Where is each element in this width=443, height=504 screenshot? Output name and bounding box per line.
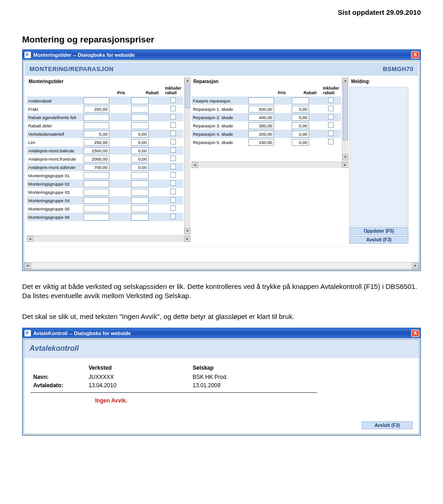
titlebar[interactable]: Monteringstider -- Dialogboks for websid… xyxy=(23,50,420,60)
scroll-down-icon[interactable]: ▼ xyxy=(342,154,348,161)
inkluder-checkbox[interactable] xyxy=(328,122,334,128)
pris-input[interactable] xyxy=(84,205,109,212)
outer-scrollbar[interactable]: ◄ ► xyxy=(24,262,419,269)
scroll-right-icon[interactable]: ► xyxy=(184,236,191,242)
rabatt-input[interactable] xyxy=(131,97,149,104)
inkluder-checkbox[interactable] xyxy=(328,139,334,144)
scrollbar-vertical[interactable]: ▲ ▼ xyxy=(184,78,191,234)
inkluder-checkbox[interactable] xyxy=(170,139,176,144)
rabatt-input[interactable] xyxy=(131,106,149,113)
row-label: Monteringsgruppe 04 xyxy=(27,196,82,204)
rabatt-input[interactable] xyxy=(131,147,149,154)
scroll-thumb[interactable] xyxy=(185,85,190,108)
exit-button[interactable]: Avslutt (F3) xyxy=(362,421,413,429)
pris-input[interactable] xyxy=(84,131,109,138)
pris-input[interactable] xyxy=(84,172,109,179)
inkluder-checkbox[interactable] xyxy=(170,106,176,111)
inkluder-checkbox[interactable] xyxy=(328,114,334,120)
inkluder-checkbox[interactable] xyxy=(170,189,176,194)
scrollbar-horizontal[interactable]: ◄ ► xyxy=(27,235,191,242)
inkluder-checkbox[interactable] xyxy=(328,131,334,136)
rabatt-input[interactable] xyxy=(292,122,309,129)
inkluder-checkbox[interactable] xyxy=(170,172,176,178)
reparasjon-table: Pris Rabatt Inkluder rabatt Fastpris rep… xyxy=(192,85,341,146)
montering-title: Monteringstider xyxy=(27,78,183,85)
scroll-up-icon[interactable]: ▲ xyxy=(342,78,348,84)
scroll-down-icon[interactable]: ▼ xyxy=(185,228,191,234)
table-row: Reparasjon 1. skade xyxy=(192,105,341,113)
inkluder-checkbox[interactable] xyxy=(170,97,176,103)
rabatt-input[interactable] xyxy=(131,156,149,162)
pris-input[interactable] xyxy=(84,189,109,196)
pris-input[interactable] xyxy=(248,122,274,129)
pris-input[interactable] xyxy=(84,147,109,154)
inkluder-checkbox[interactable] xyxy=(170,114,176,120)
app-title: Avtalekontroll xyxy=(24,340,419,358)
rabatt-input[interactable] xyxy=(131,114,149,121)
inkluder-checkbox[interactable] xyxy=(328,97,334,103)
inkluder-checkbox[interactable] xyxy=(170,205,176,211)
update-button[interactable]: Oppdater (F5) xyxy=(349,227,408,235)
pris-input[interactable] xyxy=(84,180,109,187)
table-row: Monteringsgruppe 04 xyxy=(27,196,183,204)
pris-input[interactable] xyxy=(84,164,109,171)
rabatt-input[interactable] xyxy=(131,205,149,212)
rabatt-input[interactable] xyxy=(131,122,149,129)
rabatt-input[interactable] xyxy=(131,214,149,221)
rabatt-input[interactable] xyxy=(131,139,149,146)
pris-input[interactable] xyxy=(84,156,109,162)
rabatt-input[interactable] xyxy=(131,189,149,196)
row-label: Reparasjon 2. skade xyxy=(192,113,247,121)
pris-input[interactable] xyxy=(84,197,109,204)
inkluder-checkbox[interactable] xyxy=(170,164,176,169)
body-paragraph-2: Det skal se slik ut, med teksten "Ingen … xyxy=(22,312,421,321)
scroll-right-icon[interactable]: ► xyxy=(412,263,419,269)
pris-input[interactable] xyxy=(248,139,274,146)
rabatt-input[interactable] xyxy=(131,131,149,138)
inkluder-checkbox[interactable] xyxy=(170,131,176,136)
close-icon[interactable]: X xyxy=(411,330,419,337)
pris-input[interactable] xyxy=(248,97,274,104)
kontroll-table: Verksted Selskap Navn: JUXXXXX BSK HK Pr… xyxy=(30,363,317,390)
rabatt-input[interactable] xyxy=(131,172,149,179)
rabatt-input[interactable] xyxy=(131,197,149,204)
scroll-left-icon[interactable]: ◄ xyxy=(27,236,33,242)
avvik-text: Ingen Avvik. xyxy=(30,396,413,404)
inkluder-checkbox[interactable] xyxy=(170,180,176,186)
pris-input[interactable] xyxy=(84,106,109,113)
inkluder-checkbox[interactable] xyxy=(328,106,334,111)
rabatt-input[interactable] xyxy=(131,180,149,187)
rabatt-input[interactable] xyxy=(131,164,149,171)
pris-input[interactable] xyxy=(248,106,274,113)
pris-input[interactable] xyxy=(84,114,109,121)
pris-input[interactable] xyxy=(248,114,274,121)
avtalekontroll-dialog: AvtaleKontroll -- Dialogboks for webside… xyxy=(22,328,421,436)
inkluder-checkbox[interactable] xyxy=(170,122,176,128)
pris-input[interactable] xyxy=(248,131,274,138)
inkluder-checkbox[interactable] xyxy=(170,197,176,203)
pris-input[interactable] xyxy=(84,97,109,104)
inkluder-checkbox[interactable] xyxy=(170,147,176,153)
titlebar[interactable]: AvtaleKontroll -- Dialogboks for webside… xyxy=(23,328,420,338)
scroll-left-icon[interactable]: ◄ xyxy=(24,263,31,269)
row-label: Reparasjon 4. skade xyxy=(192,130,247,138)
inkluder-checkbox[interactable] xyxy=(170,156,176,161)
scrollbar-vertical[interactable]: ▲ ▼ xyxy=(342,78,348,161)
scroll-up-icon[interactable]: ▲ xyxy=(185,78,191,84)
inkluder-checkbox[interactable] xyxy=(170,214,176,219)
pris-input[interactable] xyxy=(84,122,109,129)
rabatt-input[interactable] xyxy=(292,97,309,104)
rabatt-input[interactable] xyxy=(292,139,309,146)
rabatt-input[interactable] xyxy=(292,131,309,138)
rabatt-input[interactable] xyxy=(292,114,309,121)
close-icon[interactable]: X xyxy=(411,51,419,59)
scroll-right-icon[interactable]: ► xyxy=(342,162,348,168)
scrollbar-horizontal[interactable]: ◄ ► xyxy=(192,162,348,168)
pris-input[interactable] xyxy=(84,214,109,221)
exit-button[interactable]: Avslutt (F3) xyxy=(349,236,408,244)
rabatt-input[interactable] xyxy=(292,106,309,113)
pris-input[interactable] xyxy=(84,139,109,146)
scroll-thumb[interactable] xyxy=(343,85,348,140)
window-title: Monteringstider -- Dialogboks for websid… xyxy=(33,52,411,58)
scroll-left-icon[interactable]: ◄ xyxy=(192,162,198,168)
